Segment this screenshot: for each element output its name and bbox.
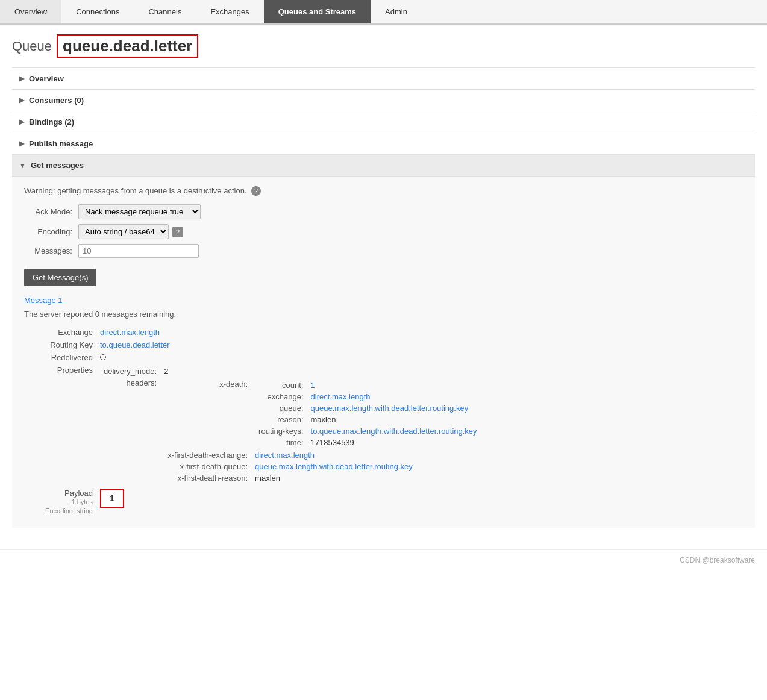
messages-row: Messages: — [24, 244, 743, 258]
xdeath-value: count: 1 exchange: — [251, 378, 484, 449]
routing-key-value: to.queue.dead.letter — [96, 339, 743, 351]
x-first-death-exchange-value: direct.max.length — [251, 449, 484, 461]
routing-keys-label: routing-keys: — [255, 425, 307, 437]
arrow-overview: ▶ — [19, 75, 24, 83]
payload-box: 1 — [100, 489, 124, 508]
payload-encoding: Encoding: string — [28, 507, 93, 516]
payload-value-cell: 1 — [96, 487, 743, 518]
ack-mode-select[interactable]: Nack message requeue trueNack message re… — [78, 204, 201, 219]
x-first-death-queue-label: x-first-death-queue: — [164, 461, 251, 472]
nav-tab-queues[interactable]: Queues and Streams — [264, 0, 371, 23]
server-report: The server reported 0 messages remaining… — [24, 310, 743, 319]
x-first-death-queue-value: queue.max.length.with.dead.letter.routin… — [251, 461, 484, 472]
message-result: Message 1 The server reported 0 messages… — [24, 296, 743, 518]
headers-row: headers: x-death: — [100, 377, 488, 485]
xdeath-label: x-death: — [164, 378, 251, 449]
section-header-overview[interactable]: ▶ Overview — [12, 68, 755, 89]
queue-nested-value: queue.max.length.with.dead.letter.routin… — [307, 402, 481, 414]
message-details-table: Exchange direct.max.length Routing Key t… — [24, 326, 743, 518]
time-value: 1718534539 — [307, 437, 481, 448]
exchange-nested-label: exchange: — [255, 391, 307, 402]
redelivered-circle — [100, 354, 106, 360]
nav-tab-exchanges[interactable]: Exchanges — [196, 0, 263, 23]
delivery-mode-label: delivery_mode: — [100, 366, 160, 377]
xdeath-table: x-death: count: — [164, 378, 484, 484]
routing-key-label: Routing Key — [24, 339, 96, 351]
count-label: count: — [255, 380, 307, 391]
reason-value: maxlen — [307, 414, 481, 425]
x-first-death-queue-row: x-first-death-queue: queue.max.length.wi… — [164, 461, 484, 472]
nav-tab-channels[interactable]: Channels — [134, 0, 196, 23]
properties-value: delivery_mode: 2 headers: — [96, 364, 743, 487]
messages-label: Messages: — [24, 246, 72, 255]
section-header-get-messages[interactable]: ▼ Get messages — [12, 155, 755, 176]
table-row-payload: Payload 1 bytes Encoding: string 1 — [24, 487, 743, 518]
section-label-overview: Overview — [29, 74, 64, 83]
payload-label-cell: Payload 1 bytes Encoding: string — [24, 487, 96, 518]
section-publish: ▶ Publish message — [12, 133, 755, 154]
page-content: Queue queue.dead.letter ▶ Overview ▶ Con… — [0, 25, 767, 537]
footer-text: CSDN @breaksoftware — [680, 556, 755, 564]
table-row-exchange: Exchange direct.max.length — [24, 326, 743, 339]
nav-tab-connections[interactable]: Connections — [61, 0, 134, 23]
arrow-bindings: ▶ — [19, 118, 24, 126]
exchange-label: Exchange — [24, 326, 96, 339]
x-first-death-reason-value: maxlen — [251, 472, 484, 484]
exchange-nested-row: exchange: direct.max.length — [255, 391, 481, 402]
x-first-death-exchange-row: x-first-death-exchange: direct.max.lengt… — [164, 449, 484, 461]
encoding-select[interactable]: Auto string / base64base64 — [78, 224, 169, 239]
message-label: Message 1 — [24, 296, 743, 305]
exchange-value: direct.max.length — [96, 326, 743, 339]
arrow-publish: ▶ — [19, 140, 24, 148]
nav-tab-overview[interactable]: Overview — [0, 0, 61, 23]
redelivered-label: Redelivered — [24, 351, 96, 364]
nav-tab-admin[interactable]: Admin — [371, 0, 422, 23]
queue-nested-label: queue: — [255, 402, 307, 414]
arrow-get-messages: ▼ — [19, 162, 26, 169]
table-row-redelivered: Redelivered — [24, 351, 743, 364]
xdeath-row: x-death: count: — [164, 378, 484, 449]
table-row-routing-key: Routing Key to.queue.dead.letter — [24, 339, 743, 351]
properties-label: Properties — [24, 364, 96, 487]
payload-label: Payload — [28, 489, 93, 498]
ack-mode-row: Ack Mode: Nack message requeue trueNack … — [24, 204, 743, 219]
headers-value: x-death: count: — [160, 377, 487, 485]
routing-keys-row: routing-keys: to.queue.max.length.with.d… — [255, 425, 481, 437]
headers-label: headers: — [100, 377, 160, 485]
redelivered-value — [96, 351, 743, 364]
section-overview: ▶ Overview — [12, 67, 755, 89]
get-messages-button[interactable]: Get Message(s) — [24, 269, 96, 286]
get-messages-content: Warning: getting messages from a queue i… — [12, 176, 755, 528]
section-bindings: ▶ Bindings (2) — [12, 111, 755, 133]
section-get-messages: ▼ Get messages Warning: getting messages… — [12, 154, 755, 528]
section-header-bindings[interactable]: ▶ Bindings (2) — [12, 111, 755, 133]
delivery-mode-value: 2 — [160, 366, 487, 377]
warning-help-icon[interactable]: ? — [251, 186, 261, 196]
arrow-consumers: ▶ — [19, 96, 24, 104]
warning-text: Warning: getting messages from a queue i… — [24, 186, 743, 196]
queue-nested-row: queue: queue.max.length.with.dead.letter… — [255, 402, 481, 414]
x-first-death-reason-label: x-first-death-reason: — [164, 472, 251, 484]
routing-keys-value: to.queue.max.length.with.dead.letter.rou… — [307, 425, 481, 437]
section-label-publish: Publish message — [29, 139, 93, 148]
messages-input[interactable] — [78, 244, 199, 258]
payload-bytes: 1 bytes — [28, 498, 93, 507]
time-row: time: 1718534539 — [255, 437, 481, 448]
count-row: count: 1 — [255, 380, 481, 391]
section-header-consumers[interactable]: ▶ Consumers (0) — [12, 90, 755, 111]
xdeath-details-table: count: 1 exchange: — [255, 380, 481, 448]
x-first-death-exchange-label: x-first-death-exchange: — [164, 449, 251, 461]
queue-prefix: Queue — [12, 39, 52, 54]
reason-label: reason: — [255, 414, 307, 425]
nav-bar: Overview Connections Channels Exchanges … — [0, 0, 767, 25]
footer: CSDN @breaksoftware — [0, 549, 767, 570]
section-header-publish[interactable]: ▶ Publish message — [12, 133, 755, 154]
section-label-bindings: Bindings (2) — [29, 117, 74, 127]
delivery-mode-row: delivery_mode: 2 — [100, 366, 488, 377]
table-row-properties: Properties delivery_mode: 2 — [24, 364, 743, 487]
encoding-label: Encoding: — [24, 227, 72, 236]
section-label-consumers: Consumers (0) — [29, 96, 84, 105]
encoding-help-icon[interactable]: ? — [172, 227, 183, 237]
section-consumers: ▶ Consumers (0) — [12, 89, 755, 111]
encoding-row: Encoding: Auto string / base64base64 ? — [24, 224, 743, 239]
